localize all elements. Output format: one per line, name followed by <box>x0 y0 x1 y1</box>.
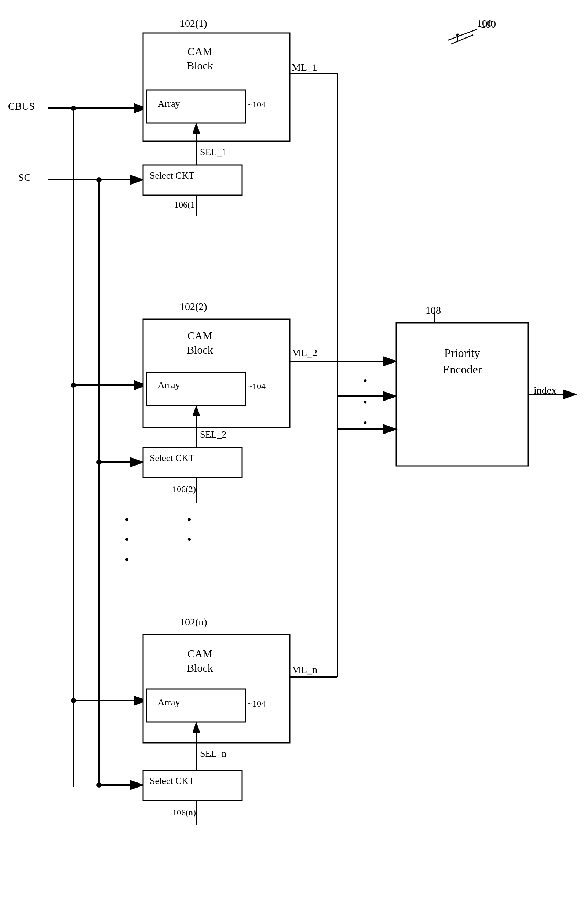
array-1-label: Array <box>158 98 180 109</box>
ref-100-arrow: ↗ <box>450 30 464 45</box>
ref-106-1: 106(1) <box>174 200 198 210</box>
sel2-signal-label: SEL_2 <box>200 429 226 440</box>
dots-sel-2: •• <box>187 510 191 550</box>
array-n-label: Array <box>158 697 180 708</box>
ref-100: 100 <box>477 18 492 29</box>
svg-rect-32 <box>396 323 528 466</box>
svg-point-10 <box>71 698 76 703</box>
svg-point-15 <box>97 460 102 465</box>
ml1-label: ML_1 <box>292 62 317 73</box>
cam-block-2-ref: 102(2) <box>180 301 207 312</box>
priority-encoder-ref: 108 <box>425 304 441 316</box>
cam-block-n-title: CAMBlock <box>160 646 240 675</box>
select-ckt-n-label: Select CKT <box>150 775 194 786</box>
array-2-label: Array <box>158 380 180 391</box>
ml2-label: ML_2 <box>292 347 317 359</box>
sel1-signal-label: SEL_1 <box>200 147 226 158</box>
cam-block-1-title: CAMBlock <box>160 44 240 72</box>
svg-point-12 <box>97 177 102 182</box>
cbus-label: CBUS <box>8 100 35 112</box>
svg-point-5 <box>71 106 76 111</box>
mln-label: ML_n <box>292 664 317 676</box>
cam-block-n-ref: 102(n) <box>180 616 207 628</box>
cam-block-1-ref: 102(1) <box>180 18 207 29</box>
index-label: index <box>534 384 556 396</box>
sc-label: SC <box>18 172 31 183</box>
svg-point-8 <box>71 383 76 388</box>
ref-106-n: 106(n) <box>172 808 196 818</box>
dots-ml: ••• <box>363 371 367 434</box>
seln-signal-label: SEL_n <box>200 748 226 759</box>
priority-encoder-title: PriorityEncoder <box>400 345 525 378</box>
ref-106-2: 106(2) <box>172 484 196 494</box>
dots-sel-1: ••• <box>125 510 129 570</box>
svg-point-17 <box>97 783 102 787</box>
array-n-ref: ~104 <box>248 699 266 709</box>
select-ckt-2-label: Select CKT <box>150 453 194 464</box>
array-2-ref: ~104 <box>248 381 266 391</box>
cam-block-2-title: CAMBlock <box>160 328 240 357</box>
array-1-ref: ~104 <box>248 100 266 110</box>
select-ckt-1-label: Select CKT <box>150 170 194 181</box>
